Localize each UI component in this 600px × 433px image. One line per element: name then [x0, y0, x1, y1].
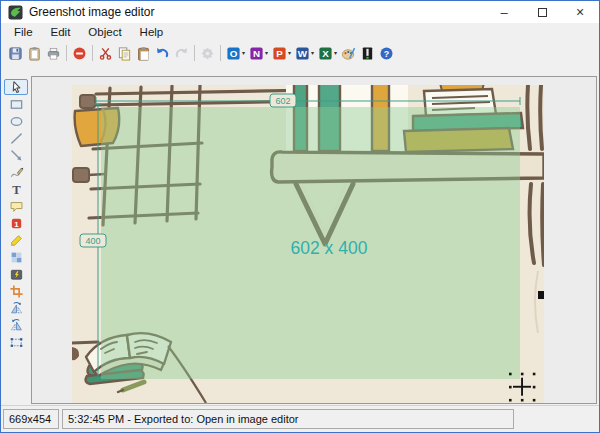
tool-rotate-cw[interactable]	[4, 300, 28, 316]
greenshot-logo-icon	[8, 5, 23, 20]
tool-counter[interactable]: 1	[4, 215, 28, 231]
svg-text:W: W	[298, 48, 308, 59]
captured-screenshot-image[interactable]: 602 400 602 x 400	[72, 85, 544, 403]
tool-resize[interactable]	[4, 334, 28, 350]
svg-text:O: O	[230, 48, 238, 59]
obfuscate-icon	[9, 250, 24, 265]
svg-text:X: X	[322, 48, 329, 59]
counter-icon: 1	[9, 216, 24, 231]
tool-crop[interactable]	[4, 283, 28, 299]
undo-button[interactable]	[153, 42, 172, 64]
clipboard-icon	[27, 46, 42, 61]
close-button[interactable]: ×	[561, 1, 599, 23]
dropdown-caret-icon[interactable]: ▾	[242, 50, 245, 56]
menu-edit[interactable]: Edit	[42, 24, 80, 40]
redo-icon	[174, 46, 189, 61]
svg-text:?: ?	[384, 49, 389, 59]
menu-help[interactable]: Help	[131, 24, 173, 40]
cursor-icon	[9, 80, 24, 95]
menu-file[interactable]: File	[5, 24, 42, 40]
copy-button[interactable]	[115, 42, 134, 64]
selection-width-label: 602	[275, 96, 290, 106]
rotate-cw-icon	[9, 301, 24, 316]
speechbubble-icon	[9, 199, 24, 214]
settings-icon	[200, 46, 215, 61]
tool-strip: T1	[2, 79, 30, 350]
export-outlook-button[interactable]: O▾	[224, 42, 247, 64]
export-excel-button[interactable]: X▾	[316, 42, 339, 64]
close-icon: ×	[576, 4, 584, 20]
tool-obfuscate[interactable]	[4, 249, 28, 265]
editor-canvas[interactable]: 602 400 602 x 400	[31, 76, 597, 404]
highlight-icon	[9, 233, 24, 248]
save-button[interactable]	[6, 42, 25, 64]
copy-icon	[117, 46, 132, 61]
tool-ellipse[interactable]	[4, 113, 28, 129]
tool-line[interactable]	[4, 130, 28, 146]
tool-rotate-ccw[interactable]	[4, 317, 28, 333]
help-button[interactable]: ?	[377, 42, 396, 64]
export-paint-button[interactable]	[339, 42, 358, 64]
status-dimensions: 669x454	[3, 409, 59, 429]
resize-handle[interactable]	[538, 291, 544, 299]
delete-button[interactable]	[70, 42, 89, 64]
svg-text:1: 1	[14, 219, 19, 228]
selection-height-label: 400	[85, 236, 100, 246]
maximize-icon	[538, 8, 547, 17]
dropdown-caret-icon[interactable]: ▾	[288, 50, 291, 56]
word-icon: W	[295, 46, 310, 61]
print-icon	[46, 46, 61, 61]
svg-text:P: P	[276, 48, 283, 59]
cut-button[interactable]	[96, 42, 115, 64]
svg-text:N: N	[253, 48, 260, 59]
svg-text:T: T	[12, 183, 21, 197]
tool-rectangle[interactable]	[4, 96, 28, 112]
toolbar-separator	[92, 45, 93, 61]
export-word-button[interactable]: W▾	[293, 42, 316, 64]
effects-icon	[9, 267, 24, 282]
tool-freehand[interactable]	[4, 164, 28, 180]
outlook-icon: O	[226, 46, 241, 61]
paste-button[interactable]	[134, 42, 153, 64]
greenshot-icon	[360, 46, 375, 61]
redo-button[interactable]	[172, 42, 191, 64]
export-image-editor-button[interactable]	[358, 42, 377, 64]
copy-to-clipboard-button[interactable]	[25, 42, 44, 64]
help-icon: ?	[379, 46, 394, 61]
toolbar-separator	[194, 45, 195, 61]
tool-effects[interactable]	[4, 266, 28, 282]
text-icon: T	[9, 182, 24, 197]
dropdown-caret-icon[interactable]: ▾	[265, 50, 268, 56]
tool-text[interactable]: T	[4, 181, 28, 197]
menubar: FileEditObjectHelp	[1, 23, 599, 41]
crop-icon	[9, 284, 24, 299]
dropdown-caret-icon[interactable]: ▾	[334, 50, 337, 56]
arrow-icon	[9, 148, 24, 163]
onenote-icon: N	[249, 46, 264, 61]
export-powerpoint-button[interactable]: P▾	[270, 42, 293, 64]
rotate-ccw-icon	[9, 318, 24, 333]
maximize-button[interactable]	[523, 1, 561, 23]
line-icon	[9, 131, 24, 146]
menu-object[interactable]: Object	[79, 24, 130, 40]
titlebar: Greenshot image editor – ×	[1, 1, 599, 23]
excel-icon: X	[318, 46, 333, 61]
minimize-button[interactable]: –	[485, 1, 523, 23]
settings-button[interactable]	[198, 42, 217, 64]
statusbar: 669x454 5:32:45 PM - Exported to: Open i…	[1, 405, 599, 432]
export-onenote-button[interactable]: N▾	[247, 42, 270, 64]
selection-size-label: 602 x 400	[291, 238, 368, 258]
tool-cursor[interactable]	[4, 79, 28, 95]
print-button[interactable]	[44, 42, 63, 64]
toolbar-separator	[220, 45, 221, 61]
dropdown-caret-icon[interactable]: ▾	[311, 50, 314, 56]
toolbar: O▾N▾P▾W▾X▾?	[1, 41, 599, 65]
tool-speechbubble[interactable]	[4, 198, 28, 214]
freehand-icon	[9, 165, 24, 180]
status-message: 5:32:45 PM - Exported to: Open in image …	[62, 409, 514, 429]
tool-highlight[interactable]	[4, 232, 28, 248]
minimize-icon: –	[500, 5, 507, 20]
rectangle-icon	[9, 97, 24, 112]
greenshot-window: Greenshot image editor – × FileEditObjec…	[0, 0, 600, 433]
tool-arrow[interactable]	[4, 147, 28, 163]
